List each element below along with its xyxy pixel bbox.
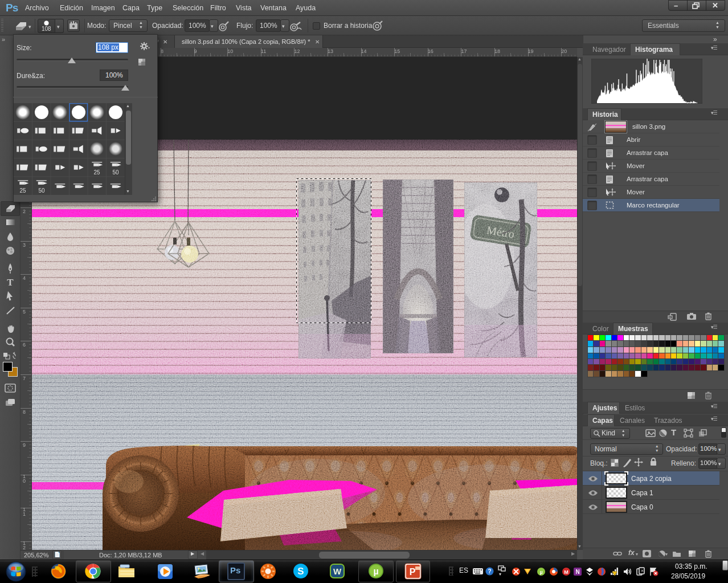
svg-text:50: 50 (112, 169, 119, 176)
svg-text:W: W (333, 566, 342, 576)
svg-text:50: 50 (38, 187, 45, 194)
svg-text:µ: µ (373, 566, 378, 576)
svg-text:25: 25 (93, 169, 100, 176)
svg-text:µ: µ (539, 569, 542, 575)
svg-text:25: 25 (19, 187, 26, 194)
svg-text:P: P (410, 567, 416, 577)
svg-text:?: ? (488, 568, 491, 574)
svg-text:N: N (575, 569, 579, 575)
svg-text:S: S (297, 566, 304, 577)
svg-text:M: M (564, 569, 569, 575)
svg-text:T: T (7, 277, 14, 288)
